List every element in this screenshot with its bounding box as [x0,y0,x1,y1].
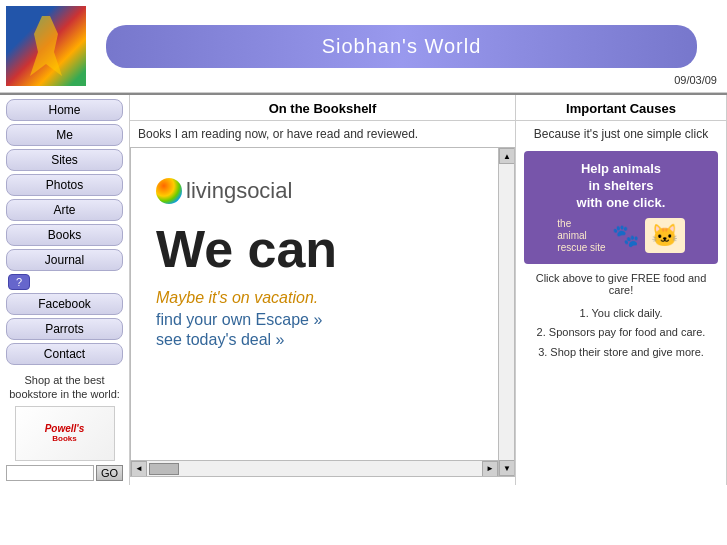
sidebar: Home Me Sites Photos Arte Books Journal … [0,95,130,485]
title-bar: Siobhan's World [106,25,697,68]
scroll-track-v [499,164,514,460]
sidebar-item-me[interactable]: Me [6,124,123,146]
scroll-left-arrow[interactable]: ◄ [131,461,147,477]
banner-text-top: Help animals in shelters with one click. [532,161,710,212]
site-title: Siobhan's World [322,35,482,57]
sidebar-item-facebook[interactable]: Facebook [6,293,123,315]
causes-step-2: 2. Sponsors pay for food and care. [528,323,714,343]
banner-bottom: the animal rescue site 🐾 🐱 [532,218,710,254]
sidebar-item-journal[interactable]: Journal [6,249,123,271]
powells-logo-inner: Powell's Books [16,407,114,460]
causes-header: Important Causes [516,95,726,121]
scroll-right-arrow[interactable]: ► [482,461,498,477]
search-input[interactable] [6,465,94,481]
horizontal-scrollbar[interactable]: ◄ ► [131,460,498,476]
sidebar-item-sites[interactable]: Sites [6,149,123,171]
bookshelf-header: On the Bookshelf [130,95,515,121]
livingsocial-brand: livingsocial [186,178,292,204]
livingsocial-logo: livingsocial [156,178,473,204]
bookshelf-scroll-area: ▲ ▼ livingsocial We can Maybe it's on va… [130,147,515,477]
header-date: 09/03/09 [674,74,717,86]
scroll-down-arrow[interactable]: ▼ [499,460,515,476]
causes-step-1: 1. You click daily. [528,304,714,324]
sidebar-item-books[interactable]: Books [6,224,123,246]
ad-line3[interactable]: see today's deal » [156,331,473,349]
search-row: GO [6,465,123,481]
ad-headline: We can [156,219,473,279]
sidebar-item-arte[interactable]: Arte [6,199,123,221]
causes-column: Important Causes Because it's just one s… [516,95,726,485]
ad-line2[interactable]: find your own Escape » [156,311,473,329]
sidebar-item-photos[interactable]: Photos [6,174,123,196]
title-pill: Siobhan's World [106,25,697,68]
sidebar-item-parrots[interactable]: Parrots [6,318,123,340]
causes-steps: 1. You click daily. 2. Sponsors pay for … [516,300,726,367]
cat-image: 🐱 [645,218,685,253]
shop-text: Shop at the best bookstore in the world: [6,373,123,402]
scroll-up-arrow[interactable]: ▲ [499,148,515,164]
ad-line1: Maybe it's on vacation. [156,289,473,307]
vertical-scrollbar[interactable]: ▲ ▼ [498,148,514,476]
causes-step-3: 3. Shop their store and give more. [528,343,714,363]
powells-logo[interactable]: Powell's Books [15,406,115,461]
bookshelf-content: livingsocial We can Maybe it's on vacati… [131,148,498,379]
logo-image [6,6,86,86]
content-area: On the Bookshelf Books I am reading now,… [130,95,727,485]
powells-text-bottom: Books [52,434,76,443]
search-go-button[interactable]: GO [96,465,123,481]
sidebar-item-contact[interactable]: Contact [6,343,123,365]
header: Siobhan's World 09/03/09 [0,0,727,93]
sidebar-item-home[interactable]: Home [6,99,123,121]
causes-click-text: Click above to give FREE food and care! [516,268,726,300]
bookshelf-description: Books I am reading now, or have read and… [130,121,515,147]
site-logo [6,6,86,86]
animal-rescue-banner[interactable]: Help animals in shelters with one click.… [524,151,718,264]
livingsocial-ad: livingsocial We can Maybe it's on vacati… [146,168,483,359]
powells-text-top: Powell's [45,423,85,434]
scroll-track-h [147,461,482,477]
causes-description: Because it's just one simple click [516,121,726,147]
question-button[interactable]: ? [8,274,30,290]
scroll-thumb-h[interactable] [149,463,179,475]
paw-icon: 🐾 [612,223,639,249]
banner-site-text: the animal rescue site [557,218,605,254]
bookshelf-column: On the Bookshelf Books I am reading now,… [130,95,516,485]
livingsocial-icon [156,178,182,204]
main-layout: Home Me Sites Photos Arte Books Journal … [0,93,727,485]
